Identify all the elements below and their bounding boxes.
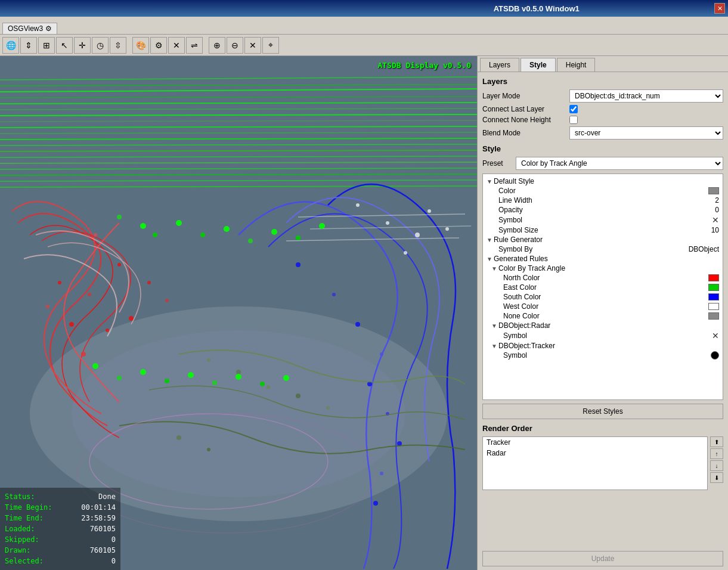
dbobject-tracker-node[interactable]: ▼ DBObject:Tracker (490, 341, 720, 351)
zoom-button[interactable]: ⇕ (20, 37, 37, 54)
east-color-row[interactable]: East Color (495, 283, 720, 292)
svg-point-35 (355, 322, 360, 327)
tab-layers[interactable]: Layers (480, 58, 519, 72)
status-overlay: Status: Done Time Begin: 00:01:14 Time E… (0, 488, 120, 570)
update-button[interactable]: Update (482, 551, 723, 566)
svg-point-49 (356, 203, 360, 207)
rule-generator-expand[interactable]: ▼ (487, 237, 494, 243)
skipped-value: 0 (68, 534, 116, 545)
render-order-list[interactable]: Tracker Radar (482, 436, 708, 490)
tab-style[interactable]: Style (521, 58, 556, 72)
status-label: Status: (5, 491, 58, 502)
layer-mode-row: Layer Mode DBObject:ds_id:track_num (482, 89, 723, 103)
close-button[interactable]: ✕ (714, 3, 725, 14)
symbol-by-row[interactable]: Symbol By DBObject (490, 244, 720, 254)
right-panel: Layers Style Height Layers Layer Mode DB… (477, 56, 728, 570)
radar-symbol-value: ✕ (712, 331, 719, 340)
east-color-swatch[interactable] (708, 284, 719, 291)
default-style-expand[interactable]: ▼ (487, 178, 494, 185)
dbobject-radar-node[interactable]: ▼ DBObject:Radar (490, 321, 720, 330)
drawn-value: 760105 (68, 545, 116, 556)
time-button[interactable]: ◷ (92, 37, 109, 54)
settings-button[interactable]: ⚙ (150, 37, 167, 54)
palette-button[interactable]: 🎨 (132, 37, 149, 54)
north-color-row[interactable]: North Color (495, 273, 720, 283)
render-tracker-label: Tracker (487, 438, 510, 447)
render-move-down-button[interactable]: ↓ (710, 460, 723, 471)
svg-point-48 (207, 448, 210, 451)
osgview-tab[interactable]: OSGView3 ⚙ (2, 23, 57, 34)
globe-button[interactable]: 🌐 (2, 37, 19, 54)
preset-row: Preset Color by Track Angle (482, 157, 723, 170)
connect-none-height-label: Connect None Height (482, 116, 566, 124)
tracker-label: DBObject:Tracker (498, 342, 719, 350)
west-color-swatch[interactable] (708, 303, 719, 310)
render-item-tracker[interactable]: Tracker (483, 437, 707, 448)
resize-button[interactable]: ⇳ (110, 37, 126, 54)
symbol-by-label: Symbol By (498, 245, 689, 253)
tracker-expand[interactable]: ▼ (491, 343, 498, 349)
toolbar: 🌐 ⇕ ⊞ ↖ ✛ ◷ ⇳ 🎨 ⚙ ✕ ⇌ ⊕ ⊖ ✕ ⌖ (0, 35, 728, 56)
rule-generator-node[interactable]: ▼ Rule Generator (485, 235, 720, 244)
right-tabs: Layers Style Height (478, 56, 728, 72)
grid-button[interactable]: ⊞ (38, 37, 55, 54)
none-color-swatch[interactable] (708, 312, 719, 320)
color-row[interactable]: Color (490, 186, 720, 196)
render-move-bottom-button[interactable]: ⬇ (710, 472, 723, 483)
generated-rules-expand[interactable]: ▼ (487, 256, 494, 262)
status-value: Done (68, 491, 116, 502)
svg-point-50 (386, 221, 389, 225)
opacity-label: Opacity (498, 206, 715, 214)
svg-point-62 (271, 229, 277, 235)
preset-select[interactable]: Color by Track Angle (516, 157, 723, 170)
south-color-swatch[interactable] (708, 293, 719, 301)
color-by-track-angle-node[interactable]: ▼ Color By Track Angle (490, 264, 720, 273)
generated-rules-node[interactable]: ▼ Generated Rules (485, 254, 720, 264)
line-width-row[interactable]: Line Width 2 (490, 196, 720, 205)
none-color-row[interactable]: None Color (495, 311, 720, 321)
layer-mode-select[interactable]: DBObject:ds_id:track_num (569, 89, 723, 103)
svg-point-33 (296, 262, 301, 267)
viewport[interactable]: ATSDB Display v0.5.0 (0, 56, 477, 570)
minus-circle-button[interactable]: ⊖ (227, 37, 243, 54)
cross-button[interactable]: ✛ (74, 37, 91, 54)
blend-mode-select[interactable]: src-over (569, 126, 723, 140)
reset-styles-button[interactable]: Reset Styles (482, 404, 723, 419)
render-order-controls: ⬆ ↑ ↓ ⬇ (710, 436, 723, 490)
render-move-top-button[interactable]: ⬆ (710, 436, 723, 447)
svg-point-72 (188, 372, 194, 378)
arrow-button[interactable]: ↖ (56, 37, 73, 54)
svg-point-66 (140, 223, 146, 229)
west-color-row[interactable]: West Color (495, 302, 720, 311)
tracker-symbol-row[interactable]: Symbol (495, 351, 720, 360)
main-area: ATSDB Display v0.5.0 (0, 56, 728, 570)
south-color-row[interactable]: South Color (495, 292, 720, 302)
north-color-swatch[interactable] (708, 274, 719, 281)
layer-mode-label: Layer Mode (482, 92, 566, 100)
close2-button[interactable]: ✕ (168, 37, 185, 54)
render-move-up-button[interactable]: ↑ (710, 448, 723, 459)
render-item-radar[interactable]: Radar (483, 448, 707, 459)
x2-button[interactable]: ✕ (244, 37, 261, 54)
svg-point-51 (415, 233, 420, 237)
north-color-label: North Color (503, 274, 708, 282)
color-swatch[interactable] (708, 187, 719, 194)
cbta-expand[interactable]: ▼ (491, 265, 498, 272)
svg-point-63 (296, 236, 301, 240)
cursor-button[interactable]: ⌖ (262, 37, 279, 54)
svg-point-45 (296, 394, 301, 398)
swap-button[interactable]: ⇌ (186, 37, 203, 54)
svg-point-60 (224, 226, 230, 232)
default-style-node[interactable]: ▼ Default Style (485, 176, 720, 186)
plus-circle-button[interactable]: ⊕ (209, 37, 225, 54)
tab-height[interactable]: Height (557, 58, 596, 72)
radar-expand[interactable]: ▼ (491, 323, 498, 329)
radar-symbol-row[interactable]: Symbol ✕ (495, 330, 720, 341)
connect-last-layer-checkbox[interactable] (569, 105, 578, 113)
opacity-row[interactable]: Opacity 0 (490, 205, 720, 215)
time-end-value: 23:58:59 (68, 513, 116, 523)
symbol-row[interactable]: Symbol ✕ (490, 215, 720, 225)
connect-none-height-checkbox[interactable] (569, 116, 578, 124)
symbol-size-row[interactable]: Symbol Size 10 (490, 225, 720, 235)
gear-icon[interactable]: ⚙ (45, 24, 52, 33)
